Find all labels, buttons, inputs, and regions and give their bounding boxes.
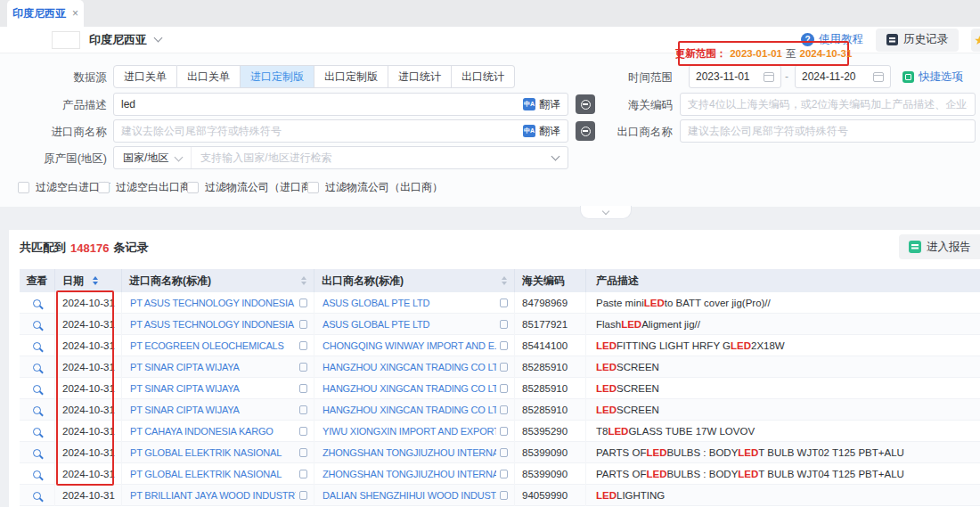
search-icon[interactable] [33, 321, 41, 329]
exporter-cell[interactable]: HANGZHOU XINGCAN TRADING CO LTD [314, 399, 515, 421]
importer-name[interactable]: PT SINAR CIPTA WIJAYA [130, 383, 296, 394]
copy-icon[interactable] [500, 470, 508, 478]
sort-icon[interactable] [301, 276, 306, 285]
close-icon[interactable]: × [72, 8, 78, 19]
data-source-tab[interactable]: 出口统计 [452, 65, 515, 88]
exclude-search-icon[interactable] [576, 94, 595, 114]
product-desc-input[interactable] [121, 98, 518, 110]
copy-icon[interactable] [500, 448, 508, 457]
exporter-cell[interactable]: ZHONGSHAN TONGJIUZHOU INTERNA... [314, 442, 515, 463]
exporter-cell[interactable]: CHONGQING WINWAY IMPORT AND E... [314, 335, 515, 356]
exporter-input[interactable] [688, 125, 968, 137]
checkbox-icon[interactable] [98, 182, 110, 193]
data-source-tab[interactable]: 进口关单 [113, 65, 177, 88]
filter-checkbox[interactable]: 过滤空白出口商 [98, 180, 191, 195]
search-icon[interactable] [33, 406, 41, 414]
tutorial-link[interactable]: ? 使用教程 [801, 32, 863, 47]
hs-code-input[interactable] [688, 98, 968, 110]
exporter-cell[interactable]: HANGZHOU XINGCAN TRADING CO LTD [314, 356, 515, 378]
tab-indonesia[interactable]: 印度尼西亚 × [7, 0, 84, 27]
data-source-tab[interactable]: 进口定制版 [241, 65, 314, 88]
view-cell[interactable] [20, 399, 55, 421]
filter-checkbox[interactable]: 过滤物流公司（进口商） [187, 180, 323, 195]
origin-combobox[interactable]: 国家/地区 支持输入国家/地区进行检索 [113, 146, 568, 169]
column-header[interactable]: 进口商名称(标准) [122, 269, 314, 292]
copy-icon[interactable] [299, 448, 307, 457]
country-selector[interactable]: 印度尼西亚 [89, 32, 147, 48]
data-source-tab[interactable]: 进口统计 [388, 65, 452, 88]
importer-name[interactable]: PT ASUS TECHNOLOGY INDONESIA BA... [130, 319, 296, 330]
importer-cell[interactable]: PT ASUS TECHNOLOGY INDONESIA BA... [122, 314, 314, 335]
copy-icon[interactable] [500, 341, 508, 350]
importer-name[interactable]: PT SINAR CIPTA WIJAYA [130, 362, 296, 372]
copy-icon[interactable] [500, 427, 508, 436]
importer-name[interactable]: PT ASUS TECHNOLOGY INDONESIA BA... [130, 298, 296, 308]
importer-cell[interactable]: PT ASUS TECHNOLOGY INDONESIA BA... [122, 292, 314, 314]
checkbox-icon[interactable] [187, 182, 199, 193]
view-cell[interactable] [20, 335, 55, 356]
importer-cell[interactable]: PT BRILLIANT JAYA WOOD INDUSTRY [122, 485, 314, 506]
view-cell[interactable] [20, 485, 55, 506]
exporter-cell[interactable]: DALIAN SHENGZHIHUI WOOD INDUST... [314, 485, 515, 506]
search-icon[interactable] [33, 299, 41, 307]
exporter-cell[interactable]: ZHONGSHAN TONGJIUZHOU INTERNA... [314, 463, 515, 485]
importer-name[interactable]: PT GLOBAL ELEKTRIK NASIONAL [130, 447, 296, 458]
search-icon[interactable] [33, 385, 41, 393]
copy-icon[interactable] [500, 320, 508, 329]
search-icon[interactable] [33, 470, 41, 478]
importer-cell[interactable]: PT CAHAYA INDONESIA KARGO [122, 421, 314, 442]
exporter-name[interactable]: ASUS GLOBAL PTE LTD [323, 319, 496, 330]
search-icon[interactable] [33, 428, 41, 436]
importer-cell[interactable]: PT ECOGREEN OLEOCHEMICALS [122, 335, 314, 356]
history-button[interactable]: 历史记录 [876, 29, 959, 52]
exporter-name[interactable]: ZHONGSHAN TONGJIUZHOU INTERNA... [323, 469, 496, 479]
importer-name[interactable]: PT GLOBAL ELEKTRIK NASIONAL [130, 469, 296, 479]
exporter-name[interactable]: ZHONGSHAN TONGJIUZHOU INTERNA... [323, 447, 496, 458]
importer-name[interactable]: PT BRILLIANT JAYA WOOD INDUSTRY [130, 490, 296, 501]
importer-name[interactable]: PT SINAR CIPTA WIJAYA [130, 405, 296, 415]
importer-name[interactable]: PT CAHAYA INDONESIA KARGO [130, 426, 296, 437]
star-icon[interactable]: ★ [971, 29, 980, 52]
view-cell[interactable] [20, 314, 55, 335]
view-cell[interactable] [20, 356, 55, 378]
importer-cell[interactable]: PT GLOBAL ELEKTRIK NASIONAL [122, 463, 314, 485]
importer-name[interactable]: PT ECOGREEN OLEOCHEMICALS [130, 340, 296, 351]
copy-icon[interactable] [500, 384, 508, 393]
view-cell[interactable] [20, 463, 55, 485]
column-header[interactable]: 出口商名称(标准) [314, 269, 515, 292]
end-date-input[interactable]: 2024-11-20 [795, 65, 891, 88]
exporter-cell[interactable]: HANGZHOU XINGCAN TRADING CO LTD [314, 378, 515, 399]
copy-icon[interactable] [299, 320, 307, 329]
exporter-name[interactable]: HANGZHOU XINGCAN TRADING CO LTD [323, 405, 496, 415]
importer-cell[interactable]: PT SINAR CIPTA WIJAYA [122, 399, 314, 421]
importer-cell[interactable]: PT SINAR CIPTA WIJAYA [122, 378, 314, 399]
view-cell[interactable] [20, 442, 55, 463]
copy-icon[interactable] [299, 298, 307, 307]
exporter-name[interactable]: HANGZHOU XINGCAN TRADING CO LTD [323, 362, 496, 372]
translate-button[interactable]: 中A 翻译 [523, 124, 560, 139]
copy-icon[interactable] [299, 384, 307, 393]
copy-icon[interactable] [299, 341, 307, 350]
exporter-name[interactable]: ASUS GLOBAL PTE LTD [323, 298, 496, 308]
chevron-down-icon[interactable] [154, 34, 163, 43]
view-cell[interactable] [20, 421, 55, 442]
copy-icon[interactable] [299, 470, 307, 478]
exporter-cell[interactable]: YIWU XIONGXIN IMPORT AND EXPORT... [314, 421, 515, 442]
copy-icon[interactable] [500, 298, 508, 307]
checkbox-icon[interactable] [18, 182, 29, 193]
column-header[interactable]: 日期 [55, 269, 122, 292]
importer-cell[interactable]: PT SINAR CIPTA WIJAYA [122, 356, 314, 378]
filter-checkbox[interactable]: 过滤物流公司（出口商） [307, 180, 443, 195]
view-cell[interactable] [20, 378, 55, 399]
copy-icon[interactable] [299, 427, 307, 436]
importer-cell[interactable]: PT GLOBAL ELEKTRIK NASIONAL [122, 442, 314, 463]
exporter-name[interactable]: DALIAN SHENGZHIHUI WOOD INDUST... [323, 490, 496, 501]
chevron-down-icon[interactable] [551, 151, 560, 160]
filter-checkbox[interactable]: 过滤空白进口商 [18, 180, 110, 195]
data-source-tab[interactable]: 出口定制版 [314, 65, 388, 88]
copy-icon[interactable] [299, 491, 307, 500]
exporter-cell[interactable]: ASUS GLOBAL PTE LTD [314, 292, 515, 314]
start-date-input[interactable]: 2023-11-01 [689, 65, 781, 88]
copy-icon[interactable] [500, 405, 508, 414]
exporter-name[interactable]: YIWU XIONGXIN IMPORT AND EXPORT... [323, 426, 496, 437]
